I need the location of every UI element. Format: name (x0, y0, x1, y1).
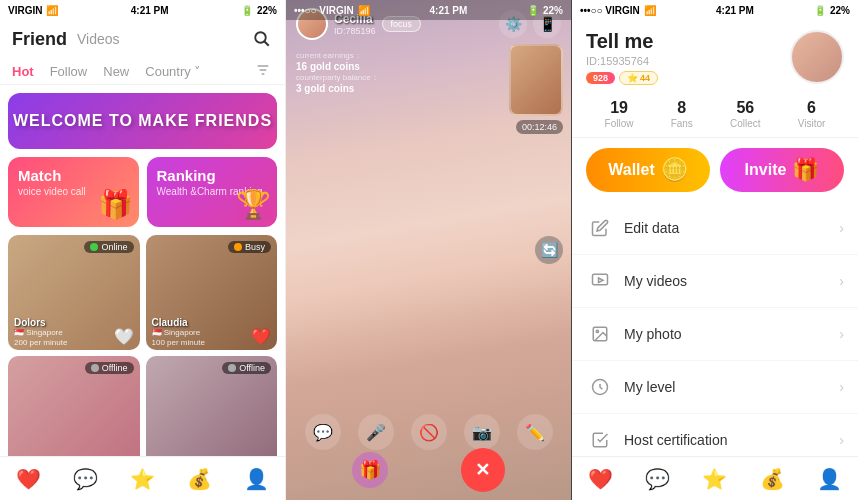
follow-label: Follow (605, 118, 634, 129)
tab-new[interactable]: New (103, 64, 129, 79)
nav-star-p3[interactable]: ⭐ (703, 467, 727, 491)
user-card[interactable]: Offline (8, 356, 140, 456)
nav-heart[interactable]: ❤️ (17, 467, 41, 491)
wallet-icon: 🪙 (661, 157, 688, 183)
my-level-icon (586, 373, 614, 401)
nav-chat[interactable]: 💬 (74, 467, 98, 491)
nav-wallet-nav[interactable]: 💰 (188, 467, 212, 491)
end-call-btn[interactable]: ✕ (461, 448, 505, 492)
menu-my-level[interactable]: My level › (572, 361, 858, 414)
my-videos-label: My videos (624, 273, 839, 289)
tab-country[interactable]: Country ˅ (145, 64, 201, 79)
menu-edit-data[interactable]: Edit data › (572, 202, 858, 255)
invite-button[interactable]: Invite 🎁 (720, 148, 844, 192)
user-fav-1[interactable]: 🤍 (114, 327, 134, 346)
status-badge-busy: Busy (228, 241, 271, 253)
visitor-label: Visitor (798, 118, 826, 129)
flip-icon[interactable]: 🔄 (535, 236, 563, 264)
user-fav-2[interactable]: ❤️ (251, 327, 271, 346)
user-name-2: Claudia (152, 317, 188, 328)
nav-star[interactable]: ⭐ (131, 467, 155, 491)
nav-profile-p3[interactable]: 👤 (817, 467, 841, 491)
call-controls: 💬 🎤 🚫 📷 ✏️ (286, 414, 571, 450)
ranking-title: Ranking (157, 167, 268, 184)
status-badge-online: Online (84, 241, 133, 253)
tab-follow[interactable]: Follow (50, 64, 88, 79)
profile-badges: 928 ⭐ 44 (586, 71, 658, 85)
my-level-chevron: › (839, 379, 844, 395)
wallet-label: Wallet (608, 161, 655, 179)
user-price-1: 200 per minute (14, 338, 67, 347)
profile-menu: Edit data › My videos › My photo › (572, 202, 858, 456)
carrier-p2: •••○○ VIRGIN (294, 5, 354, 16)
chat-btn[interactable]: 💬 (305, 414, 341, 450)
search-icon[interactable] (251, 28, 273, 50)
menu-my-videos[interactable]: My videos › (572, 255, 858, 308)
videos-tab[interactable]: Videos (77, 31, 120, 47)
battery-p1: 22% (257, 5, 277, 16)
stat-collect: 56 Collect (730, 99, 761, 129)
nav-chat-p3[interactable]: 💬 (646, 467, 670, 491)
host-cert-icon (586, 426, 614, 454)
profile-id: ID:15935764 (586, 55, 658, 67)
nav-heart-p3[interactable]: ❤️ (589, 467, 613, 491)
panel1-header: Friend Videos (0, 20, 285, 58)
side-icons: 🔄 (535, 236, 563, 264)
bottom-nav-p3: ❤️ 💬 ⭐ 💰 👤 (572, 456, 858, 500)
profile-avatar (790, 30, 844, 84)
earnings-info: current earnings： 16 gold coins counterp… (296, 50, 379, 94)
nav-wallet-p3[interactable]: 💰 (760, 467, 784, 491)
ranking-card[interactable]: Ranking Wealth &Charm ranking 🏆 (147, 157, 278, 227)
my-photo-chevron: › (839, 326, 844, 342)
user-card[interactable]: Busy Claudia 🇸🇬 Singapore 100 per minute… (146, 235, 278, 350)
camera-btn[interactable]: 📷 (464, 414, 500, 450)
invite-icon: 🎁 (792, 157, 819, 183)
svg-point-0 (255, 32, 266, 43)
filter-icon[interactable] (255, 62, 273, 80)
match-title: Match (18, 167, 129, 184)
menu-my-photo[interactable]: My photo › (572, 308, 858, 361)
battery-p3: 22% (830, 5, 850, 16)
svg-line-1 (264, 41, 269, 46)
collect-count: 56 (730, 99, 761, 117)
my-level-label: My level (624, 379, 839, 395)
gift-btn[interactable]: 🎁 (352, 452, 388, 488)
user-grid: Online Dolors 🇸🇬 Singapore 200 per minut… (8, 235, 277, 456)
stat-follow: 19 Follow (605, 99, 634, 129)
mic-btn[interactable]: 🎤 (358, 414, 394, 450)
status-badge-offline-4: Offline (222, 362, 271, 374)
friend-panel: VIRGIN 📶 4:21 PM 🔋22% Friend Videos Hot … (0, 0, 286, 500)
collect-label: Collect (730, 118, 761, 129)
my-videos-icon (586, 267, 614, 295)
battery-p2: 22% (543, 5, 563, 16)
star-badge: ⭐ 44 (619, 71, 658, 85)
profile-panel: •••○○ VIRGIN 📶 4:21 PM 🔋22% Tell me ID:1… (572, 0, 858, 500)
call-user-id: ID:785196 (334, 26, 376, 36)
current-earnings-label: current earnings： (296, 50, 379, 61)
my-photo-icon (586, 320, 614, 348)
status-bar-p1: VIRGIN 📶 4:21 PM 🔋22% (0, 0, 285, 20)
user-loc-2: 🇸🇬 Singapore (152, 328, 201, 337)
edit-data-label: Edit data (624, 220, 839, 236)
time-p2: 4:21 PM (430, 5, 468, 16)
balance-label: counterparty balance： (296, 72, 379, 83)
time-p1: 4:21 PM (131, 5, 169, 16)
profile-stats: 19 Follow 8 Fans 56 Collect 6 Visitor (572, 91, 858, 138)
host-cert-chevron: › (839, 432, 844, 448)
edit-btn[interactable]: ✏️ (517, 414, 553, 450)
match-card[interactable]: Match voice video call 🎁 (8, 157, 139, 227)
user-card[interactable]: Online Dolors 🇸🇬 Singapore 200 per minut… (8, 235, 140, 350)
block-btn[interactable]: 🚫 (411, 414, 447, 450)
status-bar-p3: •••○○ VIRGIN 📶 4:21 PM 🔋22% (572, 0, 858, 20)
menu-host-cert[interactable]: Host certification › (572, 414, 858, 456)
welcome-banner: WELCOME TO MAKE FRIENDS (8, 93, 277, 149)
svg-marker-6 (599, 278, 604, 283)
wallet-button[interactable]: Wallet 🪙 (586, 148, 710, 192)
ranking-icon: 🏆 (236, 188, 271, 221)
banner-text: WELCOME TO MAKE FRIENDS (13, 112, 272, 130)
bottom-nav-p1: ❤️ 💬 ⭐ 💰 👤 (0, 456, 285, 500)
user-card[interactable]: Offline (146, 356, 278, 456)
nav-profile[interactable]: 👤 (245, 467, 269, 491)
user-name-1: Dolors (14, 317, 46, 328)
tab-hot[interactable]: Hot (12, 64, 34, 79)
